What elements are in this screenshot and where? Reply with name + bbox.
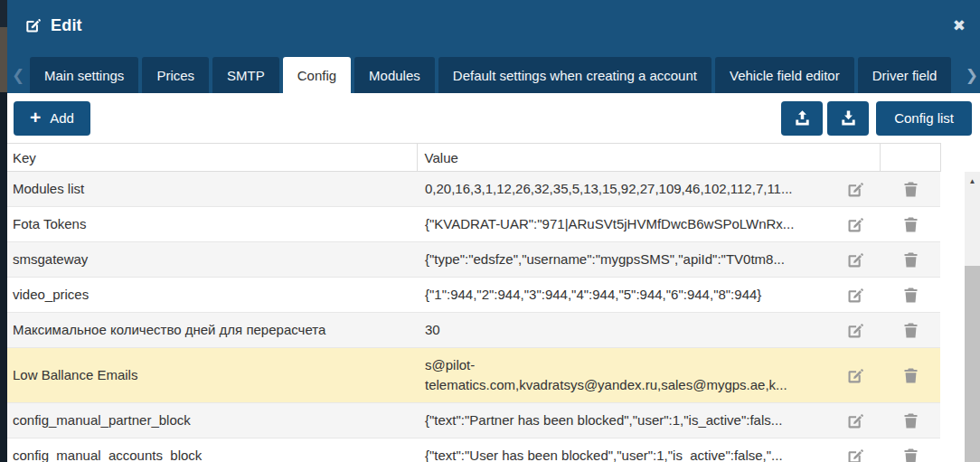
table-row: config_manual_accounts_block{"text":"Use… (7, 438, 940, 462)
table-row: config_manual_partner_block{"text":"Part… (7, 403, 940, 438)
table-row: video_prices{"1":944,"2":944,"3":944,"4"… (7, 278, 940, 313)
tab-config[interactable]: Config (283, 57, 351, 93)
config-tab-content: + Add Config list (7, 93, 980, 462)
edit-icon (845, 411, 864, 430)
trash-icon (901, 286, 920, 305)
table-header-row: Key Value (7, 143, 941, 172)
edit-row-button[interactable] (845, 286, 864, 305)
column-header-value: Value (418, 144, 828, 171)
tab-vehicle-field-editor[interactable]: Vehicle field editor (715, 57, 854, 93)
edit-row-button[interactable] (845, 411, 864, 430)
delete-row-button[interactable] (901, 321, 920, 340)
column-header-delete (881, 144, 940, 171)
table-row: Modules list0,20,16,3,1,12,26,32,35,5,13… (7, 172, 940, 207)
trash-icon (901, 321, 920, 340)
toolbar-right-group: Config list (781, 101, 972, 136)
download-button[interactable] (827, 101, 869, 136)
page-background (0, 0, 7, 462)
plus-icon: + (30, 108, 41, 127)
tab-modules[interactable]: Modules (354, 57, 435, 93)
edit-row-button[interactable] (845, 366, 864, 385)
row-key: config_manual_partner_block (7, 403, 418, 438)
add-button-label: Add (50, 110, 74, 126)
download-icon (839, 108, 858, 127)
tab-scroll-right-button[interactable]: ❯ (966, 68, 978, 83)
table-scrollbar[interactable]: ▲ (965, 172, 980, 462)
table-row: Low Ballance Emailss@pilot-telematics.co… (7, 348, 940, 403)
edit-icon (845, 215, 864, 234)
delete-row-button[interactable] (901, 215, 920, 234)
edit-title-icon (24, 16, 42, 34)
backdrop-segment (0, 27, 7, 92)
tab-scroll-left-button[interactable]: ❮ (12, 68, 24, 83)
close-button[interactable]: ✖ (953, 18, 966, 33)
row-value: {"1":944,"2":944,"3":944,"4":944,"5":944… (418, 278, 828, 312)
config-list-label: Config list (894, 110, 954, 126)
row-value: {"type":"edsfze","username":"mygpsSMS","… (418, 242, 828, 277)
trash-icon (901, 215, 920, 234)
tab-prices[interactable]: Prices (142, 57, 209, 93)
edit-icon (845, 180, 864, 199)
edit-row-button[interactable] (845, 180, 864, 199)
table-row: Fota Tokens{"KVADRAT-UAR":"971|ARuSVt5jH… (7, 207, 940, 242)
edit-icon (845, 321, 864, 340)
trash-icon (901, 250, 920, 269)
edit-icon (845, 286, 864, 305)
upload-icon (793, 108, 812, 127)
delete-row-button[interactable] (901, 411, 920, 430)
row-value: 30 (418, 313, 828, 347)
edit-icon (845, 366, 864, 385)
column-header-key: Key (7, 144, 418, 171)
row-value: {"KVADRAT-UAR":"971|ARuSVt5jHVMfDwcB6wSP… (418, 207, 828, 241)
row-key: Максимальное количество дней для перерас… (7, 313, 418, 347)
tab-driver-field[interactable]: Driver field (858, 57, 952, 93)
trash-icon (901, 180, 920, 199)
delete-row-button[interactable] (901, 447, 920, 462)
trash-icon (901, 411, 920, 430)
backdrop-segment (0, 92, 7, 462)
row-key: smsgateway (7, 242, 418, 277)
row-key: config_manual_accounts_block (7, 438, 418, 462)
scroll-up-icon: ▲ (969, 177, 976, 185)
add-button[interactable]: + Add (14, 101, 90, 136)
edit-row-button[interactable] (845, 447, 864, 462)
upload-button[interactable] (781, 101, 823, 136)
tab-default-settings-when-creating-a-account[interactable]: Default settings when creating a account (438, 57, 711, 93)
edit-row-button[interactable] (845, 321, 864, 340)
backdrop-segment (0, 0, 7, 27)
trash-icon (901, 447, 920, 462)
row-key: Low Ballance Emails (7, 358, 418, 392)
dialog-title: Edit (51, 16, 82, 35)
edit-row-button[interactable] (845, 215, 864, 234)
row-value: s@pilot-telematics.com,kvadratsys@yandex… (418, 348, 828, 402)
row-key: Fota Tokens (7, 207, 418, 241)
column-header-edit (827, 144, 881, 171)
scrollbar-thumb[interactable] (965, 266, 980, 462)
tab-bar: ❮ Main settingsPricesSMTPConfigModulesDe… (7, 51, 980, 93)
delete-row-button[interactable] (901, 366, 920, 385)
table-row: Максимальное количество дней для перерас… (7, 313, 940, 348)
toolbar: + Add Config list (7, 93, 980, 143)
dialog-titlebar: Edit ✖ (7, 0, 980, 51)
delete-row-button[interactable] (901, 286, 920, 305)
config-list-button[interactable]: Config list (876, 101, 972, 136)
row-key: Modules list (7, 172, 418, 206)
edit-icon (845, 447, 864, 462)
row-value: {"text":"User has been blocked","user":1… (418, 438, 828, 462)
delete-row-button[interactable] (901, 250, 920, 269)
tab-list: Main settingsPricesSMTPConfigModulesDefa… (30, 57, 958, 93)
edit-row-button[interactable] (845, 250, 864, 269)
table-body: Modules list0,20,16,3,1,12,26,32,35,5,13… (7, 172, 980, 462)
edit-icon (845, 250, 864, 269)
row-value: 0,20,16,3,1,12,26,32,35,5,13,15,92,27,10… (418, 172, 828, 206)
edit-dialog: Edit ✖ ❮ Main settingsPricesSMTPConfigMo… (7, 0, 980, 462)
scroll-up-button[interactable]: ▲ (965, 172, 980, 190)
row-key: video_prices (7, 278, 418, 312)
delete-row-button[interactable] (901, 180, 920, 199)
tab-smtp[interactable]: SMTP (212, 57, 279, 93)
config-table: Key Value Modules list0,20,16,3,1,12,26,… (7, 143, 980, 462)
table-row: smsgateway{"type":"edsfze","username":"m… (7, 242, 940, 278)
row-value: {"text":"Partner has been blocked","user… (418, 403, 828, 438)
tab-main-settings[interactable]: Main settings (30, 57, 138, 93)
trash-icon (901, 366, 920, 385)
